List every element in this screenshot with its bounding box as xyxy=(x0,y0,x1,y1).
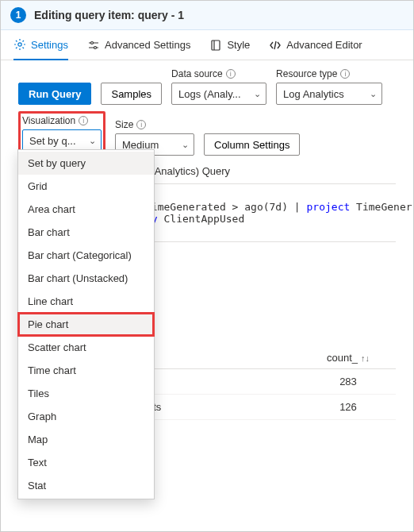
chevron-down-icon: ⌄ xyxy=(89,136,96,146)
tab-advanced-editor[interactable]: Advanced Editor xyxy=(269,38,362,60)
data-source-select[interactable]: Logs (Analy... ⌄ xyxy=(171,83,266,105)
data-source-group: Data source i Logs (Analy... ⌄ xyxy=(171,68,266,105)
column-settings-button[interactable]: Column Settings xyxy=(204,133,300,156)
info-icon[interactable]: i xyxy=(136,120,146,129)
page-title: Editing query item: query - 1 xyxy=(34,9,184,21)
visualization-option[interactable]: Grid xyxy=(18,175,154,198)
select-value: Set by q... xyxy=(29,135,76,147)
visualization-option[interactable]: Text xyxy=(18,451,154,474)
step-badge: 1 xyxy=(10,7,26,23)
visualization-option[interactable]: Bar chart (Unstacked) xyxy=(18,267,154,290)
cell: 126 xyxy=(301,401,396,413)
visualization-option[interactable]: Time chart xyxy=(18,359,154,382)
resource-type-label: Resource type i xyxy=(276,68,382,79)
controls-row-1: Run Query Samples Data source i Logs (An… xyxy=(1,60,413,105)
visualization-option[interactable]: Scatter chart xyxy=(18,336,154,359)
visualization-option[interactable]: Set by query xyxy=(18,152,154,175)
svg-point-0 xyxy=(18,43,21,46)
chevron-down-icon: ⌄ xyxy=(370,89,377,99)
info-icon[interactable]: i xyxy=(79,116,88,125)
resource-type-group: Resource type i Log Analytics ⌄ xyxy=(276,68,382,105)
select-value: Log Analytics xyxy=(283,88,344,100)
cell: 283 xyxy=(301,376,396,387)
svg-rect-3 xyxy=(212,40,220,50)
table-header-col2[interactable]: count_ ↑↓ xyxy=(301,352,396,364)
info-icon[interactable]: i xyxy=(340,69,350,79)
tab-label: Settings xyxy=(31,39,68,51)
gear-icon xyxy=(13,38,26,51)
visualization-dropdown[interactable]: Set by queryGridArea chartBar chartBar c… xyxy=(17,149,155,499)
samples-button[interactable]: Samples xyxy=(101,83,162,105)
resource-type-select[interactable]: Log Analytics ⌄ xyxy=(276,83,382,105)
tab-settings[interactable]: Settings xyxy=(13,38,68,60)
editing-header: 1 Editing query item: query - 1 xyxy=(1,1,413,30)
style-icon xyxy=(209,39,222,52)
visualization-select[interactable]: Set by q... ⌄ xyxy=(22,129,102,152)
info-icon[interactable]: i xyxy=(226,69,236,79)
visualization-option[interactable]: Bar chart (Categorical) xyxy=(18,244,154,267)
visualization-option[interactable]: Line chart xyxy=(18,290,154,313)
sort-icon: ↑↓ xyxy=(361,353,370,363)
visualization-label: Visualization i xyxy=(22,115,102,126)
visualization-option[interactable]: Tiles xyxy=(18,382,154,405)
svg-point-1 xyxy=(90,41,93,44)
visualization-group: Visualization i Set by q... ⌄ xyxy=(22,115,102,152)
visualization-option[interactable]: Graph xyxy=(18,405,154,428)
svg-point-2 xyxy=(94,46,96,48)
controls-row-2: Visualization i Set by q... ⌄ Size i Med… xyxy=(1,105,413,156)
tab-label: Advanced Editor xyxy=(286,39,362,51)
select-value: Logs (Analy... xyxy=(178,88,241,100)
chevron-down-icon: ⌄ xyxy=(254,89,261,99)
tab-label: Advanced Settings xyxy=(105,39,190,51)
tab-label: Style xyxy=(227,39,250,51)
code-icon xyxy=(269,39,282,52)
visualization-option[interactable]: Area chart xyxy=(18,198,154,221)
tab-style[interactable]: Style xyxy=(209,38,250,60)
visualization-option[interactable]: Stat xyxy=(18,474,154,497)
data-source-label: Data source i xyxy=(171,68,266,79)
visualization-option[interactable]: Pie chart xyxy=(18,313,154,336)
tab-row: Settings Advanced Settings Style Advance… xyxy=(1,30,413,60)
visualization-option[interactable]: Map xyxy=(18,428,154,451)
chevron-down-icon: ⌄ xyxy=(182,140,189,150)
sliders-icon xyxy=(87,39,100,52)
size-label: Size i xyxy=(115,119,194,130)
run-query-button[interactable]: Run Query xyxy=(18,83,91,105)
visualization-option[interactable]: Bar chart xyxy=(18,221,154,244)
tab-advanced-settings[interactable]: Advanced Settings xyxy=(87,38,190,60)
